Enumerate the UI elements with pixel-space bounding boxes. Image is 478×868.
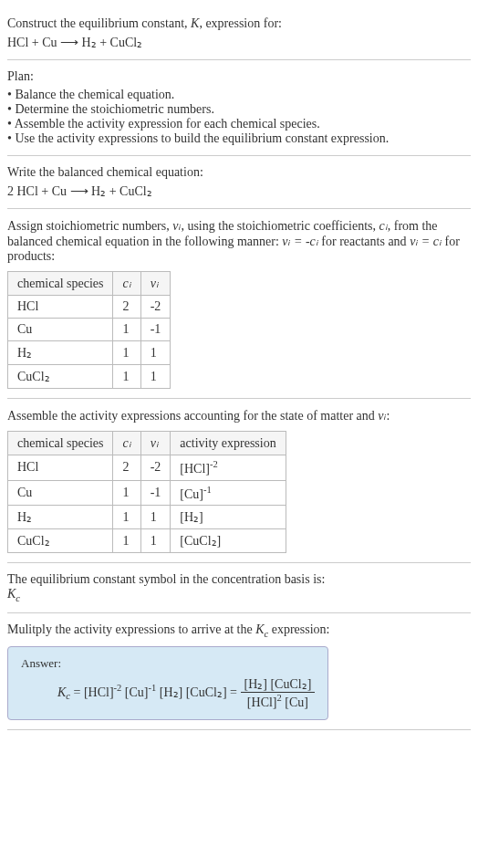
cell: [Cu]-1: [171, 480, 286, 506]
base: [H₂]: [180, 510, 203, 524]
cell: Cu: [8, 480, 113, 506]
text: , using the stoichiometric coefficients,: [181, 219, 379, 233]
K: K: [57, 685, 66, 698]
cell: HCl: [8, 296, 113, 319]
base: [CuCl₂]: [180, 534, 221, 548]
text: :: [387, 409, 390, 423]
c-sub: c: [16, 593, 20, 603]
cell: 2: [113, 296, 140, 319]
cell: 1: [140, 506, 171, 529]
col-nu: νᵢ: [140, 272, 171, 296]
plan-item: • Use the activity expressions to build …: [7, 131, 471, 146]
kc-symbol: Kc: [7, 587, 471, 603]
text: expression:: [268, 622, 329, 636]
cell: -2: [140, 455, 171, 481]
table-row: H₂ 1 1 [H₂]: [8, 506, 286, 529]
K-symbol: K: [191, 16, 199, 30]
table-row: Cu 1 -1: [8, 319, 171, 341]
plan-title: Plan:: [7, 69, 471, 84]
cell: HCl: [8, 455, 113, 481]
table-header-row: chemical species cᵢ νᵢ activity expressi…: [8, 432, 286, 455]
balanced-title: Write the balanced chemical equation:: [7, 165, 471, 180]
plan-item: • Determine the stoichiometric numbers.: [7, 102, 471, 117]
stoich-section: Assign stoichiometric numbers, νᵢ, using…: [7, 209, 471, 399]
text: Assemble the activity expressions accoun…: [7, 409, 378, 423]
cell: 1: [113, 319, 140, 341]
stoich-desc: Assign stoichiometric numbers, νᵢ, using…: [7, 218, 471, 264]
answer-box: Answer: Kc = [HCl]-2 [Cu]-1 [H₂] [CuCl₂]…: [7, 646, 328, 720]
col-ci: cᵢ: [113, 272, 140, 296]
table-row: H₂ 1 1: [8, 341, 171, 365]
nu-symbol: νᵢ: [378, 409, 386, 423]
cell: 1: [140, 341, 171, 365]
base: [HCl]: [180, 462, 210, 476]
term: [H₂] [CuCl₂] =: [156, 685, 240, 698]
col-activity: activity expression: [171, 432, 286, 455]
cell: H₂: [8, 506, 113, 529]
col-ci: cᵢ: [113, 432, 140, 455]
text: cᵢ: [122, 436, 130, 450]
multiply-line: Mulitply the activity expressions to arr…: [7, 622, 471, 639]
cell: [CuCl₂]: [171, 529, 286, 553]
den-term: [Cu]: [282, 695, 308, 709]
col-species: chemical species: [8, 432, 113, 455]
activity-section: Assemble the activity expressions accoun…: [7, 399, 471, 563]
fraction: [H₂] [CuCl₂][HCl]2 [Cu]: [241, 676, 316, 710]
text: for reactants and: [318, 235, 410, 248]
stoich-table: chemical species cᵢ νᵢ HCl 2 -2 Cu 1 -1 …: [7, 271, 171, 389]
plan-section: Plan: • Balance the chemical equation. •…: [7, 60, 471, 156]
cell: CuCl₂: [8, 365, 113, 389]
equals: =: [70, 685, 84, 698]
col-species: chemical species: [8, 272, 113, 296]
cell: 1: [113, 529, 140, 553]
sup: -1: [203, 485, 212, 495]
cell: 2: [113, 455, 140, 481]
cell: -1: [140, 480, 171, 506]
cell: 1: [113, 365, 140, 389]
base: [Cu]: [180, 486, 203, 500]
term: [HCl]: [84, 685, 114, 698]
symbol-section: The equilibrium constant symbol in the c…: [7, 563, 471, 613]
answer-title: Answer:: [21, 656, 315, 671]
ci-symbol: cᵢ: [379, 219, 388, 233]
numerator: [H₂] [CuCl₂]: [241, 676, 316, 693]
text: νᵢ: [151, 277, 159, 290]
multiply-section: Mulitply the activity expressions to arr…: [7, 613, 471, 729]
header-section: Construct the equilibrium constant, K, e…: [7, 7, 471, 60]
plan-item: • Assemble the activity expression for e…: [7, 117, 471, 131]
cell: [H₂]: [171, 506, 286, 529]
sup: -1: [149, 683, 157, 693]
unbalanced-equation: HCl + Cu ⟶ H₂ + CuCl₂: [7, 35, 471, 50]
cell: 1: [113, 480, 140, 506]
table-row: HCl 2 -2 [HCl]-2: [8, 455, 286, 481]
table-row: CuCl₂ 1 1 [CuCl₂]: [8, 529, 286, 553]
text: νᵢ: [151, 436, 159, 450]
cell: [HCl]-2: [171, 455, 286, 481]
text: , expression for:: [199, 16, 282, 30]
term: [Cu]: [121, 685, 148, 698]
cell: -2: [140, 296, 171, 319]
balanced-section: Write the balanced chemical equation: 2 …: [7, 156, 471, 209]
cell: CuCl₂: [8, 529, 113, 553]
table-header-row: chemical species cᵢ νᵢ: [8, 272, 171, 296]
cell: 1: [113, 341, 140, 365]
table-row: HCl 2 -2: [8, 296, 171, 319]
col-nu: νᵢ: [140, 432, 171, 455]
text: Assign stoichiometric numbers,: [7, 219, 172, 233]
kc-formula: Kc = [HCl]-2 [Cu]-1 [H₂] [CuCl₂] = [H₂] …: [57, 676, 315, 710]
relation: νᵢ = -cᵢ: [282, 235, 318, 248]
table-row: Cu 1 -1 [Cu]-1: [8, 480, 286, 506]
plan-item: • Balance the chemical equation.: [7, 88, 471, 102]
cell: H₂: [8, 341, 113, 365]
cell: 1: [113, 506, 140, 529]
cell: 1: [140, 365, 171, 389]
sup: -2: [210, 459, 218, 469]
den-term: [HCl]: [247, 695, 277, 709]
denominator: [HCl]2 [Cu]: [241, 693, 316, 710]
activity-desc: Assemble the activity expressions accoun…: [7, 408, 471, 424]
text: Construct the equilibrium constant,: [7, 16, 191, 30]
construct-line: Construct the equilibrium constant, K, e…: [7, 16, 471, 31]
cell: 1: [140, 529, 171, 553]
cell: Cu: [8, 319, 113, 341]
text: Mulitply the activity expressions to arr…: [7, 622, 255, 636]
